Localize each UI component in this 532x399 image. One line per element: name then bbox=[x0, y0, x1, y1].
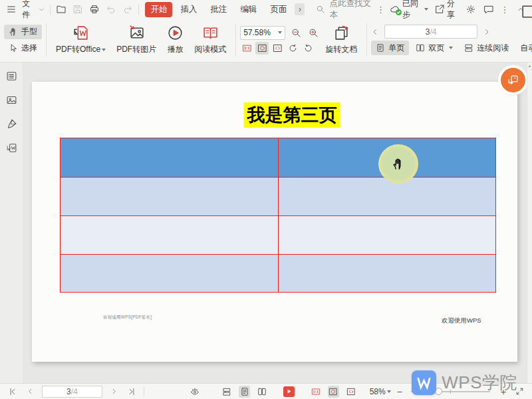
statusbar-zoom-button[interactable]: 58% bbox=[370, 387, 391, 396]
undo-button[interactable] bbox=[105, 3, 117, 16]
magnifier-plus-icon bbox=[309, 28, 319, 38]
sync-status-button[interactable]: 已同步 bbox=[390, 0, 428, 21]
zoom-level-input[interactable]: 57.58% bbox=[240, 26, 285, 40]
hand-tool-label: 手型 bbox=[21, 26, 37, 37]
pointer-tools-group: 手型 选择 bbox=[4, 21, 42, 59]
search-options-icon[interactable]: ⋮ bbox=[376, 5, 385, 14]
divider bbox=[235, 23, 236, 57]
tab-home[interactable]: 开始 bbox=[145, 2, 172, 17]
single-page-button[interactable]: 单页 bbox=[371, 41, 409, 55]
pdf-to-office-label: PDF转Office bbox=[56, 44, 100, 55]
statusbar-current-page: 3 bbox=[66, 387, 71, 396]
scroll-up-arrow[interactable]: ▲ bbox=[528, 64, 532, 68]
pdf-to-image-label: PDF转图片 bbox=[116, 44, 156, 55]
quick-convert-floating-button[interactable] bbox=[501, 68, 525, 92]
fit-page-button[interactable] bbox=[255, 42, 269, 55]
export-doc-icon[interactable] bbox=[6, 142, 17, 154]
auto-scroll-button[interactable]: 自动滚 bbox=[515, 41, 532, 55]
check-icon bbox=[396, 9, 402, 15]
save-button[interactable] bbox=[72, 3, 84, 16]
pdf-to-image-button[interactable]: PDF转图片 bbox=[111, 21, 162, 59]
actual-size-button[interactable] bbox=[310, 386, 321, 398]
caret-down-icon bbox=[278, 31, 282, 34]
magnifier-minus-icon bbox=[291, 28, 301, 38]
share-button[interactable]: 分享 bbox=[434, 0, 460, 21]
redo-button[interactable] bbox=[122, 3, 134, 16]
more-options-icon[interactable]: ⋮ bbox=[500, 5, 509, 14]
double-page-label: 双页 bbox=[428, 43, 444, 54]
chevron-down-icon bbox=[38, 6, 45, 13]
auto-scroll-icon bbox=[519, 3, 532, 20]
open-file-button[interactable] bbox=[55, 3, 67, 16]
pdf-page[interactable]: 我是第三页 欢迎使用WPS[PDF签名] 欢迎使用WPS bbox=[32, 82, 517, 362]
single-page-icon bbox=[240, 387, 249, 396]
continuous-layout-button[interactable] bbox=[221, 386, 232, 398]
hand-tool-button[interactable]: 手型 bbox=[4, 25, 42, 39]
comment-icon bbox=[483, 4, 494, 15]
statusbar-total-pages: /4 bbox=[71, 387, 78, 396]
select-tool-button[interactable]: 选择 bbox=[4, 41, 42, 56]
tab-insert[interactable]: 插入 bbox=[175, 2, 202, 17]
zoom-decrease-button[interactable]: − bbox=[397, 387, 402, 396]
page-number-input[interactable]: 3/4 bbox=[384, 25, 477, 39]
vertical-scrollbar[interactable]: ▲ bbox=[527, 63, 532, 383]
play-slideshow-button[interactable]: 播放 bbox=[162, 21, 189, 59]
next-page-icon[interactable] bbox=[483, 28, 491, 36]
rotate-document-button[interactable]: 旋转文档 bbox=[320, 21, 362, 59]
page-footer-left: 欢迎使用WPS[PDF签名] bbox=[103, 315, 152, 321]
wps-logo bbox=[412, 370, 436, 395]
prev-page-button[interactable] bbox=[24, 386, 35, 398]
tab-comment[interactable]: 批注 bbox=[205, 2, 232, 17]
previous-page-icon[interactable] bbox=[371, 28, 379, 36]
eye-icon bbox=[190, 387, 200, 396]
eye-protection-button[interactable] bbox=[189, 386, 200, 398]
single-layout-button[interactable] bbox=[239, 386, 250, 398]
double-layout-button[interactable] bbox=[256, 386, 267, 398]
outline-panel-icon[interactable] bbox=[6, 70, 17, 82]
images-panel-icon[interactable] bbox=[6, 94, 17, 106]
fit-width-button[interactable] bbox=[345, 386, 356, 398]
zoom-in-button[interactable] bbox=[307, 27, 320, 39]
document-canvas[interactable]: 我是第三页 欢迎使用WPS[PDF签名] 欢迎使用WPS bbox=[23, 63, 527, 383]
read-mode-button[interactable]: 阅读模式 bbox=[189, 21, 231, 59]
double-page-icon bbox=[416, 43, 425, 53]
rotate-ccw-button[interactable] bbox=[301, 42, 315, 55]
settings-button[interactable] bbox=[465, 3, 477, 16]
caret-down-icon bbox=[424, 8, 428, 11]
rotate-cw-button[interactable] bbox=[286, 42, 299, 55]
auto-scroll-icon-button[interactable] bbox=[514, 2, 532, 21]
print-button[interactable] bbox=[88, 3, 100, 16]
table-cell bbox=[61, 216, 278, 254]
double-page-button[interactable]: 双页 bbox=[411, 41, 458, 55]
share-icon bbox=[434, 4, 445, 15]
feedback-button[interactable] bbox=[483, 3, 495, 16]
find-text-placeholder: 点此查找文本 bbox=[329, 0, 372, 21]
tab-overflow-button[interactable]: › bbox=[295, 3, 305, 15]
find-text-box[interactable]: 点此查找文本 ⋮ bbox=[316, 0, 384, 21]
table-row bbox=[61, 254, 495, 292]
last-page-button[interactable] bbox=[126, 386, 137, 398]
rotate-cw-icon bbox=[288, 43, 298, 53]
file-menu-button[interactable]: 文件 bbox=[22, 0, 45, 21]
continuous-read-button[interactable]: 连续阅读 bbox=[460, 41, 513, 55]
fit-width-button[interactable] bbox=[271, 42, 284, 55]
play-icon bbox=[286, 388, 292, 394]
rotate-document-icon bbox=[333, 25, 350, 41]
zoom-out-button[interactable] bbox=[289, 27, 303, 39]
next-page-button[interactable] bbox=[108, 386, 120, 398]
current-page: 3 bbox=[425, 27, 430, 37]
pdf-to-office-button[interactable]: PDF转Office bbox=[51, 21, 111, 59]
tab-edit[interactable]: 编辑 bbox=[235, 2, 262, 17]
fit-page-button[interactable] bbox=[328, 386, 339, 398]
play-circle-icon bbox=[167, 25, 184, 41]
first-page-button[interactable] bbox=[7, 386, 18, 398]
statusbar-page-input[interactable]: 3/4 bbox=[42, 386, 102, 398]
cloud-sync-icon bbox=[390, 4, 400, 15]
one-to-one-icon bbox=[311, 387, 321, 396]
actual-size-button[interactable] bbox=[240, 42, 253, 55]
annotation-pen-icon[interactable] bbox=[6, 118, 17, 130]
play-mode-button[interactable] bbox=[283, 386, 295, 397]
tab-page[interactable]: 页面 bbox=[265, 2, 292, 17]
hamburger-menu-button[interactable] bbox=[5, 3, 17, 16]
zoom-tools-group: 57.58% bbox=[240, 21, 320, 59]
